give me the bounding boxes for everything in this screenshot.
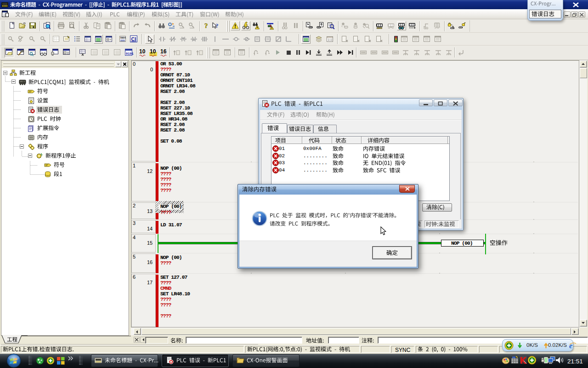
svg-text:?: ? — [204, 22, 208, 29]
svg-text:?: ? — [215, 22, 219, 29]
svg-text:CI: CI — [131, 36, 136, 42]
svg-text:5MA: 5MA — [120, 36, 126, 39]
svg-text:0101: 0101 — [126, 52, 134, 56]
